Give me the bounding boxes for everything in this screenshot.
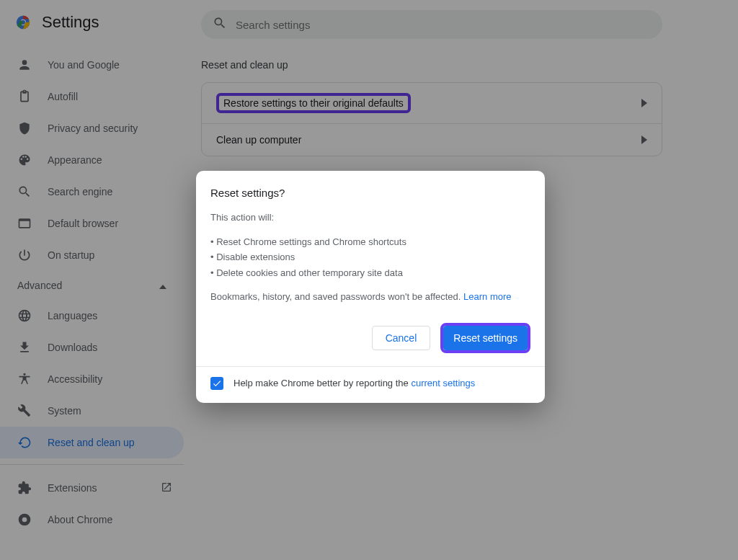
dialog-note: Bookmarks, history, and saved passwords … [210,290,530,304]
dialog-bullet: Reset Chrome settings and Chrome shortcu… [210,235,530,249]
dialog-body: This action will: Reset Chrome settings … [210,210,530,304]
dialog-intro: This action will: [210,210,530,225]
dialog-actions: Cancel Reset settings [210,323,530,365]
dialog-title: Reset settings? [210,187,530,199]
dialog-bullet: Delete cookies and other temporary site … [210,266,530,280]
dialog-footer: Help make Chrome better by reporting the… [210,377,530,390]
dialog-footer-text: Help make Chrome better by reporting the… [234,378,475,388]
dialog-bullet: Disable extensions [210,250,530,265]
highlight-annotation: Reset settings [440,323,530,353]
dialog-divider [196,366,545,367]
reset-settings-button[interactable]: Reset settings [443,326,528,350]
learn-more-link[interactable]: Learn more [463,291,511,302]
cancel-button[interactable]: Cancel [372,326,431,350]
current-settings-link[interactable]: current settings [411,378,475,388]
reset-settings-dialog: Reset settings? This action will: Reset … [196,171,545,403]
report-checkbox[interactable] [210,377,223,390]
dialog-bullets: Reset Chrome settings and Chrome shortcu… [210,235,530,280]
